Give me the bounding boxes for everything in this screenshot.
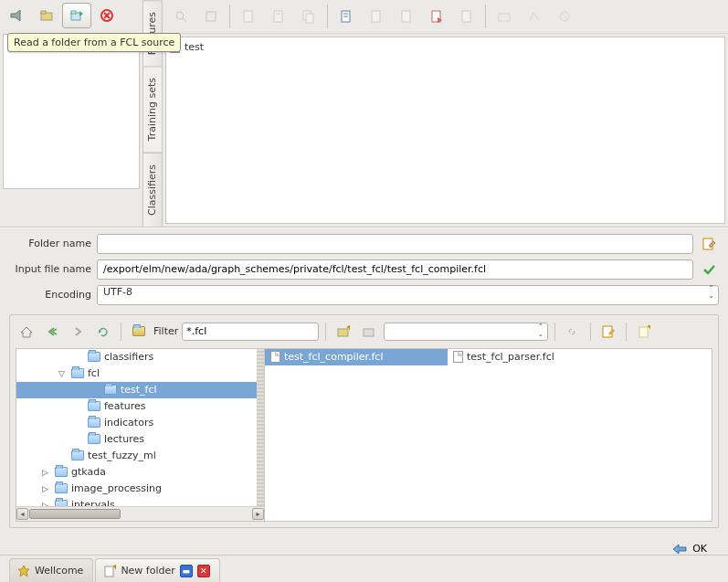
- tree-row[interactable]: ▽fcl: [16, 365, 264, 382]
- filter-input[interactable]: [182, 323, 319, 341]
- open-folder-icon[interactable]: [32, 3, 61, 28]
- ok-label: OK: [692, 543, 707, 555]
- tree-row[interactable]: test_fuzzy_ml: [16, 448, 264, 464]
- confirm-file-icon[interactable]: [699, 259, 719, 280]
- tree-row[interactable]: indicators: [16, 415, 264, 431]
- announce-icon[interactable]: [2, 3, 31, 28]
- folder-tree[interactable]: classifiers▽fcltest_fclfeaturesindicator…: [16, 349, 265, 521]
- project-toolbar: [0, 0, 142, 31]
- svg-text:✦: ✦: [345, 325, 350, 333]
- path-combo[interactable]: [384, 323, 548, 341]
- doc-star-icon: ✦: [103, 565, 116, 577]
- form-area: Folder name Input file name Encoding UTF…: [0, 228, 728, 314]
- file-item[interactable]: test_fcl_compiler.fcl: [265, 349, 448, 365]
- link-icon[interactable]: [562, 322, 584, 342]
- content-area: test: [165, 37, 725, 224]
- tab-new-folder-label: New folder: [121, 565, 174, 577]
- ok-arrow-icon: [671, 543, 688, 556]
- tree-row[interactable]: lectures: [16, 431, 264, 448]
- tree-row[interactable]: ▷intervals: [16, 497, 264, 506]
- forward-icon[interactable]: [67, 322, 89, 342]
- tree-scrollbar[interactable]: ◂▸: [16, 506, 264, 521]
- svg-rect-16: [306, 14, 313, 23]
- edit-icon[interactable]: [597, 322, 619, 342]
- input-file-label: Input file name: [9, 263, 91, 275]
- file-list[interactable]: test_fcl_compiler.fcltest_fcl_parser.fcl: [265, 349, 712, 521]
- content-toolbar: [163, 0, 728, 34]
- tool-icon-9[interactable]: [422, 4, 451, 29]
- tree-row[interactable]: test_fcl: [16, 382, 264, 398]
- svg-rect-21: [402, 11, 410, 22]
- star-icon: [17, 565, 30, 577]
- tool-icon-1[interactable]: [166, 4, 195, 29]
- refresh-icon[interactable]: [92, 322, 114, 342]
- svg-line-27: [562, 14, 567, 19]
- tool-icon-8[interactable]: [392, 4, 421, 29]
- svg-marker-29: [21, 327, 32, 337]
- home-icon[interactable]: [16, 322, 37, 342]
- svg-text:✦: ✦: [111, 565, 116, 573]
- new-doc-icon[interactable]: ✦: [633, 322, 655, 342]
- svg-rect-12: [244, 11, 252, 22]
- svg-rect-24: [462, 11, 470, 22]
- minimize-tab-icon[interactable]: ▬: [180, 565, 193, 577]
- back-icon[interactable]: [41, 322, 63, 342]
- svg-text:✦: ✦: [646, 325, 650, 333]
- tree-row[interactable]: ▷gtkada: [16, 464, 264, 481]
- cancel-icon[interactable]: [92, 3, 121, 28]
- svg-rect-2: [41, 11, 46, 14]
- svg-marker-38: [18, 566, 29, 577]
- tool-icon-13[interactable]: [550, 4, 579, 29]
- svg-rect-11: [206, 12, 216, 21]
- tooltip: Read a folder from a FCL source: [7, 33, 181, 52]
- svg-line-10: [183, 18, 186, 22]
- tab-new-folder[interactable]: ✦ New folder ▬ ✕: [95, 558, 219, 582]
- encoding-select[interactable]: UTF-8: [97, 285, 719, 305]
- new-folder-icon[interactable]: ✦: [332, 322, 354, 342]
- tool-icon-7[interactable]: [362, 4, 391, 29]
- folder-icon[interactable]: [128, 322, 150, 342]
- encoding-label: Encoding: [9, 289, 91, 301]
- delete-folder-icon[interactable]: [358, 322, 380, 342]
- tool-icon-5[interactable]: [294, 4, 323, 29]
- tree-row[interactable]: classifiers: [16, 349, 264, 365]
- tool-icon-4[interactable]: [264, 4, 293, 29]
- file-browser: Filter ✦ ✦ classifiers▽fcltest_fclfeatur…: [9, 314, 719, 528]
- filter-label: Filter: [153, 325, 178, 337]
- bottom-tabs: Wellcome ✦ New folder ▬ ✕: [0, 555, 728, 582]
- svg-rect-4: [71, 11, 76, 14]
- tree-row[interactable]: features: [16, 398, 264, 415]
- svg-marker-5: [79, 11, 83, 16]
- tab-classifiers[interactable]: Classifiers: [142, 153, 163, 228]
- tool-icon-3[interactable]: [234, 4, 263, 29]
- project-tree-panel: [3, 34, 140, 189]
- svg-rect-25: [499, 14, 510, 21]
- file-item[interactable]: test_fcl_parser.fcl: [448, 349, 630, 365]
- svg-marker-0: [11, 10, 20, 21]
- folder-name-label: Folder name: [9, 238, 91, 249]
- tree-row[interactable]: ▷image_processing: [16, 481, 264, 497]
- tool-icon-12[interactable]: [520, 4, 549, 29]
- tool-icon-10[interactable]: [452, 4, 481, 29]
- read-fcl-folder-icon[interactable]: [62, 3, 91, 28]
- tool-icon-2[interactable]: [196, 4, 226, 29]
- svg-rect-13: [274, 11, 282, 22]
- splitter-handle[interactable]: [257, 349, 264, 506]
- svg-marker-37: [673, 545, 686, 554]
- content-item-label: test: [185, 41, 204, 53]
- tool-icon-11[interactable]: [490, 4, 519, 29]
- svg-rect-33: [364, 329, 374, 336]
- svg-rect-20: [372, 11, 380, 22]
- input-file-input[interactable]: [97, 259, 693, 280]
- svg-point-9: [176, 12, 184, 19]
- close-tab-icon[interactable]: ✕: [197, 565, 210, 577]
- tab-training-sets[interactable]: Training sets: [142, 66, 163, 153]
- tab-wellcome-label: Wellcome: [35, 565, 83, 577]
- folder-name-input[interactable]: [97, 234, 693, 254]
- tab-wellcome[interactable]: Wellcome: [9, 558, 93, 582]
- tool-icon-6[interactable]: [332, 4, 361, 29]
- edit-folder-icon[interactable]: [699, 234, 719, 254]
